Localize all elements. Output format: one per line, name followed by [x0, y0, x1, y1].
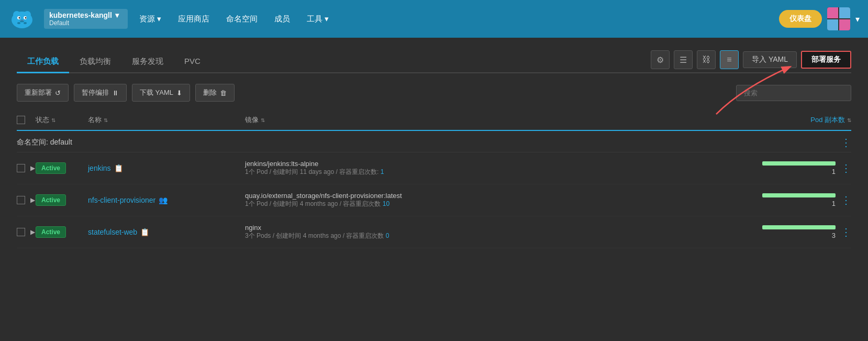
topnav: kubernetes-kangll ▾ Default 资源 ▾ 应用商店 命名…	[0, 0, 868, 38]
nav-appstore-label: 应用商店	[178, 14, 209, 24]
download-label: 下载 YAML	[140, 88, 173, 97]
image-cell-nfs: quay.io/external_storage/nfs-client-prov…	[245, 192, 736, 208]
namespace-more-btn[interactable]: ⋮	[841, 136, 851, 149]
toolbar-left: 重新部署 ↺ 暂停编排 ⏸ 下载 YAML ⬇ 删除 🗑	[17, 84, 235, 102]
avatar[interactable]	[827, 7, 850, 30]
header-pods[interactable]: Pod 副本数 ⇅	[736, 115, 851, 125]
sort-icon: ⇅	[261, 117, 265, 123]
row-checkbox[interactable]	[17, 196, 25, 204]
delete-button[interactable]: 删除 🗑	[195, 84, 235, 102]
tab-loadbalance[interactable]: 负载均衡	[69, 51, 121, 73]
play-icon[interactable]: ▶	[30, 164, 35, 172]
table-row: ▶ Active nfs-client-provisioner 👥 quay.i…	[17, 184, 851, 216]
replica-bar	[762, 193, 836, 197]
table-header: 状态 ⇅ 名称 ⇅ 镜像 ⇅ Pod 副本数 ⇅	[17, 110, 851, 131]
status-badge: Active	[36, 194, 66, 206]
play-icon[interactable]: ▶	[30, 228, 35, 236]
pause-button[interactable]: 暂停编排 ⏸	[74, 84, 127, 102]
nav-tools[interactable]: 工具 ▾	[299, 10, 336, 28]
pod-replicas: 1	[762, 193, 836, 207]
workload-name-statefulset[interactable]: statefulset-web 📋	[88, 228, 245, 236]
nav-appstore[interactable]: 应用商店	[171, 10, 217, 28]
image-meta-text: 1个 Pod / 创建时间 4 months ago / 容器重启次数	[245, 200, 383, 207]
download-icon: ⬇	[176, 89, 182, 97]
image-cell-jenkins: jenkins/jenkins:lts-alpine 1个 Pod / 创建时间…	[245, 160, 736, 177]
view-icon-btn-2[interactable]: ☰	[674, 50, 693, 69]
image-name: jenkins/jenkins:lts-alpine	[245, 160, 736, 168]
tabs-left: 工作负载 负载均衡 服务发现 PVC	[17, 51, 211, 72]
redeploy-button[interactable]: 重新部署 ↺	[17, 84, 69, 102]
view-icon-btn-1[interactable]: ⚙	[651, 50, 670, 69]
header-check[interactable]	[17, 116, 36, 124]
header-image[interactable]: 镜像 ⇅	[245, 115, 736, 125]
header-status[interactable]: 状态 ⇅	[36, 115, 88, 125]
view-icon-btn-4[interactable]: ≡	[720, 50, 739, 69]
tab-workload-label: 工作负载	[27, 57, 59, 65]
status-badge: Active	[36, 162, 66, 174]
play-icon[interactable]: ▶	[30, 196, 35, 204]
tab-workload[interactable]: 工作负载	[17, 51, 69, 73]
nav-namespace[interactable]: 命名空间	[219, 10, 265, 28]
tab-pvc[interactable]: PVC	[174, 51, 211, 73]
replica-bar	[762, 225, 836, 229]
svg-point-3	[17, 22, 20, 24]
nav-links: 资源 ▾ 应用商店 命名空间 成员 工具 ▾	[132, 10, 775, 28]
chevron-down-icon: ▾	[157, 14, 161, 24]
header-name-label: 名称	[88, 115, 102, 125]
svg-point-7	[19, 17, 20, 19]
row-check-play: ▶	[17, 164, 36, 172]
workload-name-nfs[interactable]: nfs-client-provisioner 👥	[88, 196, 245, 204]
status-cell: Active	[36, 194, 88, 206]
restart-count: 10	[383, 200, 390, 207]
row-checkbox[interactable]	[17, 228, 25, 236]
namespace-row: 命名空间: default ⋮	[17, 131, 851, 152]
cluster-name-text: kubernetes-kangll	[49, 11, 112, 19]
status-cell: Active	[36, 162, 88, 174]
workload-type-icon: 👥	[159, 196, 168, 204]
nav-namespace-label: 命名空间	[226, 14, 258, 24]
image-name: quay.io/external_storage/nfs-client-prov…	[245, 192, 736, 200]
row-check-play: ▶	[17, 228, 36, 236]
replica-count: 1	[832, 200, 836, 207]
main-content: 工作负载 负载均衡 服务发现 PVC ⚙ ☰ ⛓ ≡ 导入 YAML 部署服务 …	[0, 38, 868, 261]
row-checkbox[interactable]	[17, 164, 25, 172]
avatar-cell-2	[839, 7, 850, 18]
image-meta: 1个 Pod / 创建时间 11 days ago / 容器重启次数: 1	[245, 168, 736, 177]
replica-count: 3	[832, 232, 836, 239]
sort-icon: ⇅	[847, 117, 851, 123]
sort-icon: ⇅	[51, 117, 55, 123]
svg-point-8	[25, 17, 27, 19]
row-more-btn[interactable]: ⋮	[841, 226, 851, 238]
header-name[interactable]: 名称 ⇅	[88, 115, 245, 125]
workload-type-icon: 📋	[114, 164, 123, 172]
cluster-selector[interactable]: kubernetes-kangll ▾ Default	[44, 9, 128, 29]
row-more-btn[interactable]: ⋮	[841, 162, 851, 174]
search-input[interactable]	[736, 85, 851, 101]
brand	[8, 5, 36, 32]
pause-label: 暂停编排	[82, 88, 109, 97]
pod-replicas: 1	[762, 161, 836, 175]
workload-type-icon: 📋	[140, 228, 149, 236]
import-yaml-button[interactable]: 导入 YAML	[743, 51, 797, 68]
nav-right: 仪表盘 ▾	[779, 7, 860, 30]
dashboard-button[interactable]: 仪表盘	[779, 10, 822, 28]
status-badge: Active	[36, 226, 66, 238]
pod-replicas-cell: 3 ⋮	[736, 225, 851, 239]
replica-bar	[762, 161, 836, 166]
nav-tools-label: 工具	[307, 14, 322, 24]
nav-resources[interactable]: 资源 ▾	[132, 10, 169, 28]
download-yaml-button[interactable]: 下载 YAML ⬇	[132, 84, 190, 102]
sort-icon: ⇅	[104, 117, 108, 123]
statefulset-name: statefulset-web	[88, 228, 137, 236]
view-icon-btn-3[interactable]: ⛓	[697, 50, 716, 69]
nav-members[interactable]: 成员	[267, 10, 297, 28]
deploy-service-button[interactable]: 部署服务	[801, 51, 851, 69]
image-meta: 3个 Pods / 创建时间 4 months ago / 容器重启次数 0	[245, 232, 736, 240]
tab-service-discovery[interactable]: 服务发现	[121, 51, 174, 73]
tabs-right: ⚙ ☰ ⛓ ≡ 导入 YAML 部署服务	[651, 50, 851, 72]
header-pods-label: Pod 副本数	[810, 115, 845, 125]
svg-point-10	[20, 20, 21, 21]
row-more-btn[interactable]: ⋮	[841, 194, 851, 206]
workload-name-jenkins[interactable]: jenkins 📋	[88, 164, 245, 172]
select-all-checkbox[interactable]	[17, 116, 25, 124]
